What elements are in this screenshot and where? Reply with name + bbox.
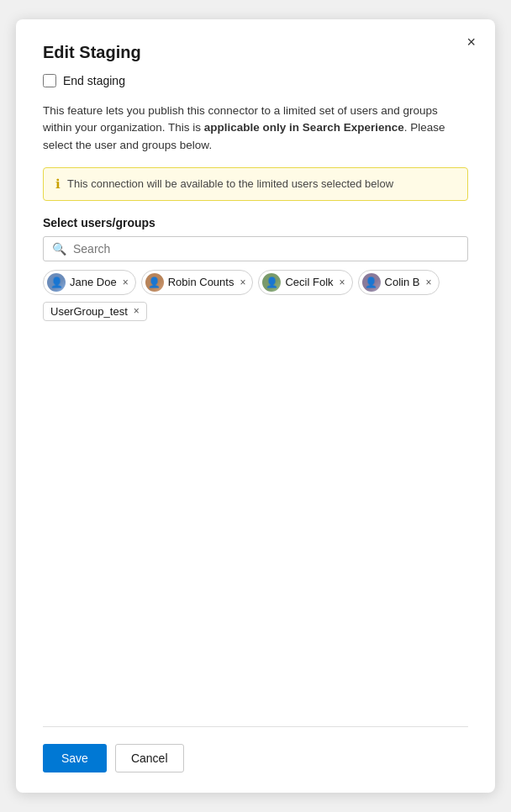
end-staging-checkbox[interactable] xyxy=(43,74,56,87)
tag-name-robin-counts: Robin Counts xyxy=(168,276,234,288)
banner-text: This connection will be available to the… xyxy=(67,177,393,190)
end-staging-row: End staging xyxy=(43,74,468,87)
remove-robin-counts-button[interactable]: × xyxy=(240,277,245,287)
section-label: Select users/groups xyxy=(43,216,468,229)
group-tag-name: UserGroup_test xyxy=(50,305,128,318)
search-box[interactable]: 🔍 xyxy=(43,236,468,261)
avatar-colin-b: 👤 xyxy=(362,273,381,292)
tag-name-jane-doe: Jane Doe xyxy=(70,276,117,288)
group-tags-container: UserGroup_test × xyxy=(43,302,468,321)
tag-robin-counts: 👤 Robin Counts × xyxy=(141,270,254,295)
avatar-jane-doe: 👤 xyxy=(47,273,66,292)
tag-name-cecil-folk: Cecil Folk xyxy=(285,276,333,288)
description-text: This feature lets you publish this conne… xyxy=(43,103,468,154)
remove-usergroup-test-button[interactable]: × xyxy=(134,305,140,317)
cancel-button[interactable]: Cancel xyxy=(115,744,184,772)
modal-footer: Save Cancel xyxy=(43,726,468,772)
remove-cecil-folk-button[interactable]: × xyxy=(340,277,345,287)
modal-title: Edit Staging xyxy=(43,43,468,62)
info-icon: ℹ xyxy=(55,177,61,192)
tags-container: 👤 Jane Doe × 👤 Robin Counts × 👤 Cecil Fo… xyxy=(43,270,468,295)
tag-cecil-folk: 👤 Cecil Folk × xyxy=(258,270,352,295)
tag-colin-b: 👤 Colin B × xyxy=(358,270,440,295)
save-button[interactable]: Save xyxy=(43,744,107,772)
end-staging-label[interactable]: End staging xyxy=(63,74,125,87)
remove-jane-doe-button[interactable]: × xyxy=(123,277,129,287)
avatar-cecil-folk: 👤 xyxy=(262,273,281,292)
tag-jane-doe: 👤 Jane Doe × xyxy=(43,270,136,295)
search-input[interactable] xyxy=(73,242,459,256)
avatar-robin-counts: 👤 xyxy=(145,273,164,292)
search-icon: 🔍 xyxy=(52,242,66,256)
remove-colin-b-button[interactable]: × xyxy=(425,277,431,287)
info-banner: ℹ This connection will be available to t… xyxy=(43,167,468,201)
tag-name-colin-b: Colin B xyxy=(385,276,420,288)
edit-staging-modal: × Edit Staging End staging This feature … xyxy=(16,19,495,793)
group-tag-usergroup-test: UserGroup_test × xyxy=(43,302,147,321)
close-button[interactable]: × xyxy=(462,33,480,51)
